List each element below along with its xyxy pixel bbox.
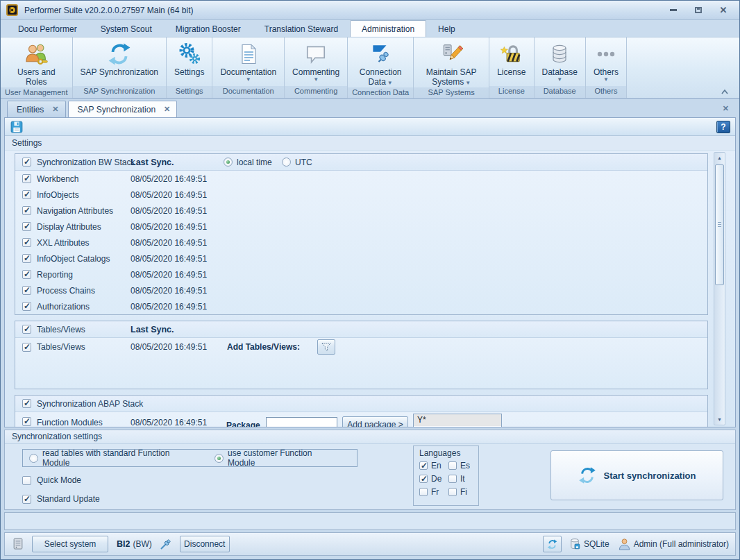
scroll-up-icon[interactable]: ▲	[714, 153, 725, 163]
synchronization-bw-stack-checkbox[interactable]	[22, 158, 31, 167]
ribbon: Users and Roles User Management SAP Sync…	[1, 37, 739, 99]
xxl-attributes-checkbox[interactable]	[22, 238, 31, 247]
synchronization-abap-stack-checkbox[interactable]	[22, 399, 31, 408]
users-and-roles-button[interactable]: Users and Roles	[1, 37, 72, 87]
infoobject-catalogs-checkbox[interactable]	[22, 254, 31, 263]
standard-function-module-radio[interactable]	[29, 454, 38, 463]
language-fi-checkbox[interactable]	[448, 488, 457, 496]
documentation-button[interactable]: Documentation ▼	[212, 37, 284, 86]
last-sync-column-header: Last Sync.	[131, 325, 174, 334]
menu-tab-docu-performer[interactable]: Docu Performer	[6, 20, 89, 37]
tables-views-group-checkbox[interactable]	[22, 325, 31, 334]
standard-update-checkbox[interactable]	[22, 495, 31, 504]
ribbon-group-caption: Commenting	[285, 86, 347, 98]
select-system-button[interactable]: Select system	[32, 536, 108, 552]
maintain-sap-systems-button[interactable]: Maintain SAP Systems▼	[414, 37, 489, 87]
add-tables-views-button[interactable]	[317, 339, 335, 355]
app-logo-icon[interactable]	[6, 4, 18, 16]
close-button[interactable]: ✕	[716, 5, 731, 16]
ellipsis-icon	[594, 40, 619, 68]
checkbox-label: Standard Update	[37, 494, 100, 504]
process-chains-checkbox[interactable]	[22, 286, 31, 295]
ribbon-collapse-icon[interactable]	[720, 87, 730, 96]
package-list-item[interactable]: Z*	[414, 426, 501, 427]
maximize-button[interactable]	[691, 5, 706, 16]
checkbox-label: Quick Mode	[37, 475, 81, 485]
menu-tab-administration[interactable]: Administration	[350, 20, 426, 37]
license-button[interactable]: License	[489, 37, 533, 86]
save-button[interactable]	[10, 120, 24, 134]
section-title: Synchronization ABAP Stack	[37, 399, 143, 409]
bw-stack-panel: Synchronization BW Stack Last Sync. loca…	[15, 153, 708, 315]
add-package-button[interactable]: Add package >	[342, 416, 408, 427]
start-synchronization-label: Start synchronization	[604, 470, 696, 481]
menu-tab-migration-booster[interactable]: Migration Booster	[164, 20, 253, 37]
settings-button[interactable]: Settings	[167, 37, 212, 86]
commenting-button[interactable]: Commenting ▼	[285, 37, 347, 86]
menu-tab-translation-steward[interactable]: Translation Steward	[253, 20, 350, 37]
language-it-checkbox[interactable]	[448, 475, 457, 483]
database-button[interactable]: Database ▼	[535, 37, 585, 86]
package-input[interactable]	[266, 417, 337, 427]
last-sync-timestamp: 08/05/2020 16:49:51	[131, 342, 207, 352]
utc-radio[interactable]	[282, 158, 291, 167]
checkbox-label: Fi	[460, 487, 467, 497]
ribbon-tab-bar: Docu Performer System Scout Migration Bo…	[1, 20, 739, 37]
tab-sap-synchronization[interactable]: SAP Synchronization ✕	[68, 101, 178, 117]
radio-label: local time	[237, 158, 272, 167]
ribbon-group-user-management: Users and Roles User Management	[1, 37, 73, 98]
tab-entities[interactable]: Entities ✕	[7, 101, 66, 117]
local-time-radio[interactable]	[224, 158, 233, 167]
connection-data-button[interactable]: Connection Data▼	[348, 37, 413, 87]
tables-views-checkbox[interactable]	[22, 343, 31, 352]
display-attributes-checkbox[interactable]	[22, 222, 31, 231]
row-label: Workbench	[37, 174, 78, 184]
sync-item-row: InfoObjects 08/05/2020 16:49:51	[15, 187, 707, 203]
language-es-checkbox[interactable]	[448, 461, 457, 470]
navigation-attributes-checkbox[interactable]	[22, 206, 31, 215]
reporting-checkbox[interactable]	[22, 270, 31, 279]
section-title: Tables/Views	[37, 325, 85, 334]
window-controls: ✕	[666, 5, 735, 16]
language-de-checkbox[interactable]	[419, 475, 428, 483]
vertical-scrollbar[interactable]: ▲ ▼	[714, 152, 725, 425]
menu-tab-help[interactable]: Help	[426, 20, 467, 37]
customer-function-module-radio[interactable]	[215, 454, 224, 463]
last-sync-timestamp: 08/05/2020 16:49:51	[131, 418, 207, 427]
close-document-icon[interactable]: ✕	[723, 104, 729, 113]
minimize-button[interactable]	[666, 5, 681, 16]
users-icon	[24, 40, 49, 68]
radio-label: use customer Function Module	[228, 448, 342, 468]
close-tab-icon[interactable]: ✕	[164, 105, 170, 113]
row-label: Tables/Views	[37, 342, 85, 352]
bottom-empty-panel	[4, 512, 736, 530]
standard-update-option: Standard Update	[22, 494, 100, 504]
scrollbar-thumb[interactable]	[715, 164, 724, 285]
workbench-checkbox[interactable]	[22, 174, 31, 183]
edit-connection-icon[interactable]	[159, 537, 173, 551]
package-list-item[interactable]: Y*	[414, 414, 501, 426]
start-synchronization-button[interactable]: Start synchronization	[550, 450, 723, 500]
ribbon-group-caption: SAP Systems	[414, 87, 489, 99]
sync-item-row: XXL Attributes 08/05/2020 16:49:51	[15, 235, 707, 251]
sap-synchronization-button[interactable]: SAP Synchronization	[73, 37, 167, 86]
workspace: Entities ✕ SAP Synchronization ✕ ✕	[1, 99, 739, 559]
chevron-down-icon: ▼	[465, 80, 471, 86]
sync-item-row: Authorizations 08/05/2020 16:49:51	[15, 298, 707, 314]
title-bar: Performer Suite v20.2.0.0.27597 Main (64…	[1, 1, 739, 20]
scroll-down-icon[interactable]: ▼	[714, 414, 725, 425]
language-fr-checkbox[interactable]	[419, 488, 428, 496]
menu-tab-system-scout[interactable]: System Scout	[89, 20, 164, 37]
disconnect-button[interactable]: Disconnect	[180, 536, 230, 552]
close-tab-icon[interactable]: ✕	[52, 105, 58, 113]
help-button[interactable]: ?	[716, 121, 730, 133]
authorizations-checkbox[interactable]	[22, 302, 31, 311]
quick-mode-checkbox[interactable]	[22, 476, 31, 485]
refresh-sync-button[interactable]	[543, 536, 562, 552]
others-button[interactable]: Others ▼	[586, 37, 626, 86]
section-title: Synchronization BW Stack	[37, 158, 135, 167]
language-en-checkbox[interactable]	[419, 461, 428, 470]
infoobjects-checkbox[interactable]	[22, 190, 31, 199]
function-modules-checkbox[interactable]	[22, 417, 31, 426]
synchronization-settings-panel: Synchronization settings read tables wit…	[4, 430, 736, 510]
